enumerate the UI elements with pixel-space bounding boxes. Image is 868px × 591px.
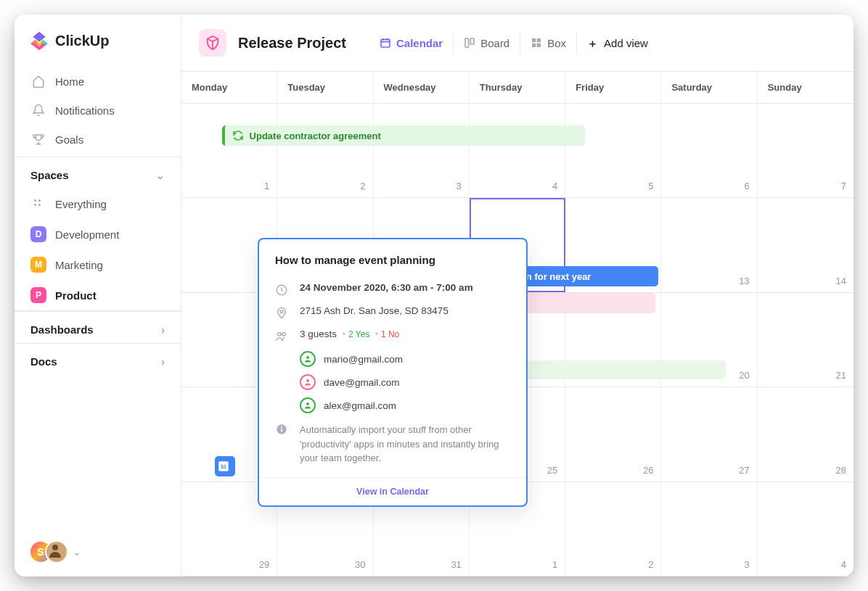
event-update-contractor[interactable]: Update contractor agreement [222, 125, 585, 146]
clickup-logo-icon [29, 30, 49, 51]
calendar-cell[interactable]: 2 [565, 482, 661, 576]
space-label: Development [55, 228, 119, 241]
guest-avatar [300, 351, 316, 367]
view-calendar[interactable]: Calendar [369, 33, 453, 54]
nav-label: Goals [55, 133, 83, 146]
weekday-label: Tuesday [277, 72, 373, 103]
guests-yes: 2 Yes [348, 329, 369, 339]
svg-rect-7 [465, 38, 469, 47]
weekday-label: Saturday [661, 72, 757, 103]
date-number: 14 [836, 276, 846, 286]
user-switcher[interactable]: S ⌄ [15, 527, 181, 576]
view-board[interactable]: Board [453, 33, 520, 54]
space-label: Everything [55, 198, 107, 210]
date-number: 31 [451, 559, 461, 570]
box-icon [531, 37, 542, 49]
location-icon [275, 307, 288, 320]
calendar-cell[interactable]: 3 [374, 104, 470, 197]
docs-header[interactable]: Docs › [15, 343, 181, 375]
date-number: 29 [259, 559, 269, 570]
dashboards-label: Dashboards [30, 323, 94, 336]
calendar-cell[interactable]: 21 [758, 293, 853, 387]
date-number: 20 [739, 370, 749, 381]
people-icon [275, 330, 288, 343]
nav-notifications[interactable]: Notifications [15, 96, 181, 125]
calendar-icon [380, 37, 391, 49]
guests-no: 1 No [381, 329, 399, 339]
date-number: 1 [552, 559, 557, 570]
docs-label: Docs [30, 355, 57, 368]
guest-email: mario@gmail.com [324, 354, 403, 365]
calendar-cell[interactable]: 13 [661, 198, 757, 292]
guest-item: alex@gmail.com [300, 394, 526, 417]
date-number: 4 [841, 559, 846, 570]
date-number: 28 [836, 465, 846, 476]
svg-point-21 [278, 333, 282, 336]
guest-item: mario@gmail.com [300, 347, 526, 371]
brand-name: ClickUp [55, 33, 109, 49]
calendar-week: 1234567 [181, 104, 853, 198]
svg-rect-27 [281, 429, 282, 432]
add-view-label: Add view [604, 37, 648, 49]
info-icon [275, 423, 288, 466]
calendar-cell[interactable]: 5 [565, 104, 661, 197]
weekday-label: Sunday [758, 72, 853, 103]
chevron-down-icon: ⌄ [156, 170, 165, 181]
avatar [45, 540, 68, 563]
nav-goals[interactable]: Goals [15, 125, 181, 154]
event-blue-small[interactable]: 31 [215, 456, 235, 476]
brand-logo[interactable]: ClickUp [15, 15, 181, 64]
space-label: Marketing [55, 259, 103, 271]
date-number: 2 [648, 559, 653, 570]
svg-rect-12 [537, 44, 541, 47]
calendar-cell[interactable]: 14 [758, 198, 853, 292]
calendar-cell[interactable]: 4 [470, 104, 565, 197]
bell-icon [32, 104, 45, 117]
svg-point-4 [38, 204, 41, 206]
date-number: 2 [360, 181, 365, 191]
event-details-popup: How to manage event planning 24 November… [258, 238, 528, 507]
space-badge: P [30, 287, 46, 303]
dashboards-header[interactable]: Dashboards › [15, 311, 181, 343]
popup-location: 2715 Ash Dr. San Jose, SD 83475 [300, 305, 449, 316]
weekday-label: Friday [565, 72, 661, 103]
calendar-cell[interactable]: 1 [181, 104, 277, 197]
chevron-right-icon: › [161, 356, 165, 368]
date-number: 3 [456, 181, 462, 191]
space-marketing[interactable]: M Marketing [15, 249, 181, 280]
calendar-cell[interactable]: 6 [661, 104, 757, 197]
svg-rect-11 [532, 44, 536, 47]
popup-title: How to manage event planning [259, 239, 526, 278]
svg-point-23 [306, 356, 309, 359]
date-number: 13 [739, 276, 749, 286]
event-title: Update contractor agreement [250, 131, 381, 141]
project-title: Release Project [238, 35, 346, 51]
date-number: 4 [552, 181, 557, 191]
space-product[interactable]: P Product [15, 280, 181, 310]
calendar-cell[interactable]: 2 [277, 104, 373, 197]
view-in-calendar-link[interactable]: View in Calendar [259, 477, 526, 505]
calendar-cell[interactable]: 3 [661, 482, 757, 576]
guest-avatar [300, 374, 316, 390]
svg-rect-10 [537, 38, 541, 42]
calendar-cell[interactable]: 27 [661, 387, 757, 481]
calendar-cell[interactable]: 26 [565, 387, 661, 481]
space-development[interactable]: D Development [15, 219, 181, 249]
space-everything[interactable]: Everything [15, 189, 181, 219]
weekday-label: Thursday [470, 72, 565, 103]
guest-email: dave@gmail.com [324, 377, 400, 388]
calendar-cell[interactable]: 4 [758, 482, 853, 576]
view-box[interactable]: Box [520, 33, 576, 54]
chevron-down-icon: ⌄ [73, 546, 81, 558]
svg-rect-8 [471, 38, 475, 44]
clock-icon [275, 284, 288, 297]
board-icon [464, 37, 475, 49]
spaces-header[interactable]: Spaces ⌄ [15, 157, 181, 189]
add-view-button[interactable]: ＋ Add view [576, 33, 658, 54]
nav-home[interactable]: Home [15, 67, 181, 96]
nav-label: Home [55, 75, 84, 88]
date-number: 7 [841, 181, 846, 191]
svg-point-20 [280, 310, 283, 313]
calendar-cell[interactable]: 28 [758, 387, 853, 481]
calendar-cell[interactable]: 7 [758, 104, 853, 197]
